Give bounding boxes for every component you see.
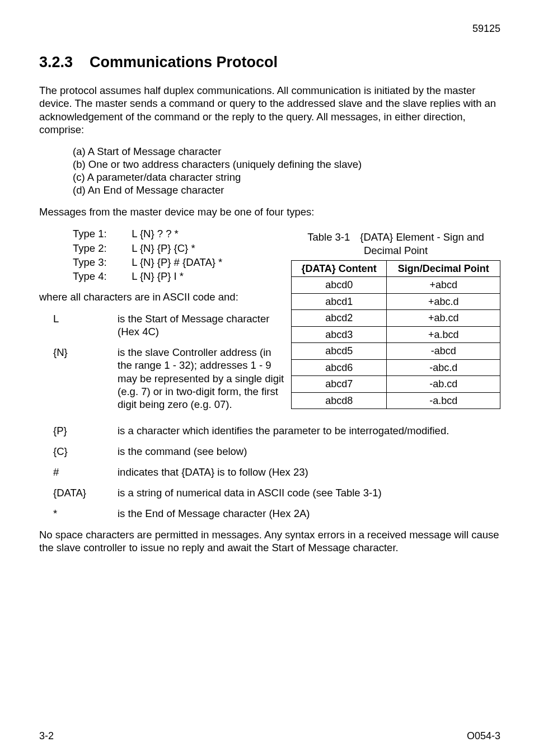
paragraph-where: where all characters are in ASCII code a… [39, 290, 285, 303]
type-row: Type 4: L {N} {P} I * [73, 270, 285, 283]
table-label: Table 3-1 [307, 231, 350, 243]
definition-row: {P} is a character which identifies the … [53, 424, 500, 437]
table-row: abcd8 -a.bcd [292, 392, 500, 409]
data-element-table: {DATA} Content Sign/Decimal Point abcd0 … [291, 260, 500, 410]
definition-text: is a character which identifies the para… [118, 424, 500, 437]
table-header-cell: Sign/Decimal Point [387, 260, 500, 277]
definition-text: is a string of numerical data in ASCII c… [118, 486, 500, 499]
list-item: (c) A parameter/data character string [73, 171, 500, 184]
table-cell: +abc.d [387, 293, 500, 310]
type-row: Type 2: L {N} {P} {C} * [73, 242, 285, 255]
table-title: {DATA} Element - Sign and Decimal Point [360, 231, 484, 256]
type-label: Type 2: [73, 242, 129, 255]
section-heading: 3.2.3Communications Protocol [39, 53, 500, 72]
definition-term: {DATA} [53, 486, 118, 499]
section-number: 3.2.3 [39, 54, 73, 71]
definition-term: {C} [53, 445, 118, 458]
table-row: abcd0 +abcd [292, 277, 500, 294]
definition-row: {C} is the command (see below) [53, 445, 500, 458]
table-cell: abcd0 [292, 277, 387, 294]
table-caption: Table 3-1{DATA} Element - Sign and Decim… [291, 231, 500, 256]
header-page-number: 59125 [39, 22, 500, 35]
type-label: Type 3: [73, 256, 129, 269]
table-cell: -abc.d [387, 359, 500, 376]
paragraph-types-intro: Messages from the master device may be o… [39, 205, 500, 218]
table-cell: +ab.cd [387, 310, 500, 327]
definition-row: # indicates that {DATA} is to follow (He… [53, 466, 500, 478]
definition-text: is the slave Controller address (in the … [118, 346, 285, 411]
type-row: Type 1: L {N} ? ? * [73, 227, 285, 240]
table-cell: -abcd [387, 343, 500, 360]
list-item: (d) An End of Message character [73, 184, 500, 196]
table-cell: abcd3 [292, 326, 387, 343]
type-value: L {N} {P} # {DATA} * [132, 256, 222, 268]
type-value: L {N} {P} I * [132, 270, 184, 282]
type-row: Type 3: L {N} {P} # {DATA} * [73, 256, 285, 269]
table-row: abcd6 -abc.d [292, 359, 500, 376]
table-row: abcd3 +a.bcd [292, 326, 500, 343]
table-cell: +a.bcd [387, 326, 500, 343]
table-cell: abcd1 [292, 293, 387, 310]
definition-term: * [53, 507, 118, 520]
table-cell: -a.bcd [387, 392, 500, 409]
table-row: abcd2 +ab.cd [292, 310, 500, 327]
table-row: abcd5 -abcd [292, 343, 500, 360]
table-cell: -ab.cd [387, 376, 500, 393]
table-cell: abcd8 [292, 392, 387, 409]
table-cell: +abcd [387, 277, 500, 294]
table-header-row: {DATA} Content Sign/Decimal Point [292, 260, 500, 277]
table-header-cell: {DATA} Content [292, 260, 387, 277]
definition-row: {N} is the slave Controller address (in … [53, 346, 285, 411]
footer-right: O054-3 [467, 730, 500, 743]
paragraph-closing: No space characters are permitted in mes… [39, 528, 500, 554]
paragraph-intro: The protocol assumes half duplex communi… [39, 84, 500, 136]
footer-left: 3-2 [39, 730, 54, 743]
definition-term: L [53, 312, 118, 338]
definition-term: {P} [53, 424, 118, 437]
table-row: abcd1 +abc.d [292, 293, 500, 310]
section-title: Communications Protocol [90, 54, 278, 71]
type-value: L {N} ? ? * [132, 228, 179, 240]
table-cell: abcd2 [292, 310, 387, 327]
type-label: Type 4: [73, 270, 129, 283]
list-item: (b) One or two address characters (uniqu… [73, 158, 500, 171]
table-row: abcd7 -ab.cd [292, 376, 500, 393]
definition-row: L is the Start of Message character (Hex… [53, 312, 285, 338]
definition-text: indicates that {DATA} is to follow (Hex … [118, 466, 500, 478]
type-value: L {N} {P} {C} * [132, 242, 195, 254]
table-cell: abcd7 [292, 376, 387, 393]
type-label: Type 1: [73, 227, 129, 240]
table-cell: abcd6 [292, 359, 387, 376]
list-item: (a) A Start of Message character [73, 145, 500, 158]
page-footer: 3-2 O054-3 [39, 730, 500, 743]
definition-row: * is the End of Message character (Hex 2… [53, 507, 500, 520]
definition-text: is the command (see below) [118, 445, 500, 458]
definition-text: is the End of Message character (Hex 2A) [118, 507, 500, 520]
table-cell: abcd5 [292, 343, 387, 360]
definition-row: {DATA} is a string of numerical data in … [53, 486, 500, 499]
definition-term: {N} [53, 346, 118, 411]
definition-term: # [53, 466, 118, 478]
definition-text: is the Start of Message character (Hex 4… [118, 312, 285, 338]
